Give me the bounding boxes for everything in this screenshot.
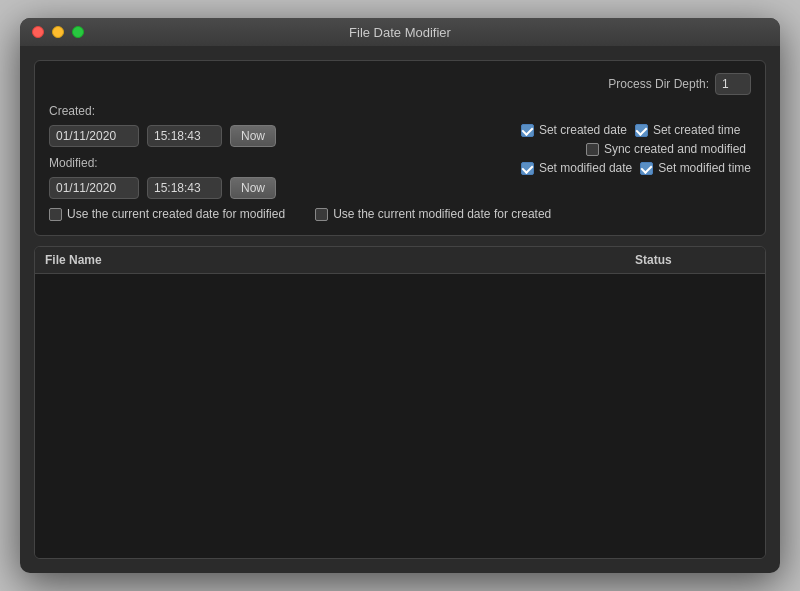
- use-created-for-modified-input[interactable]: [49, 208, 62, 221]
- use-modified-for-created-label: Use the current modified date for create…: [333, 207, 551, 221]
- process-dir-label: Process Dir Depth:: [608, 77, 709, 91]
- main-window: File Date Modifier Process Dir Depth: Cr…: [20, 18, 780, 573]
- use-created-for-modified-checkbox[interactable]: Use the current created date for modifie…: [49, 207, 285, 221]
- created-time-input[interactable]: [147, 125, 222, 147]
- window-title: File Date Modifier: [349, 25, 451, 40]
- main-section: Created: Now Modified: Now: [49, 101, 751, 199]
- table-header: File Name Status: [35, 247, 765, 274]
- created-now-button[interactable]: Now: [230, 125, 276, 147]
- top-panel: Process Dir Depth: Created: Now: [34, 60, 766, 236]
- minimize-button[interactable]: [52, 26, 64, 38]
- set-created-date-checkbox[interactable]: Set created date: [521, 123, 627, 137]
- sync-created-modified-checkbox[interactable]: Sync created and modified: [586, 142, 746, 156]
- titlebar: File Date Modifier: [20, 18, 780, 46]
- set-created-date-input[interactable]: [521, 124, 534, 137]
- modified-label: Modified:: [49, 156, 98, 170]
- modified-time-input[interactable]: [147, 177, 222, 199]
- modified-now-button[interactable]: Now: [230, 177, 276, 199]
- created-row: Now: [49, 125, 511, 147]
- created-date-input[interactable]: [49, 125, 139, 147]
- sync-created-modified-label: Sync created and modified: [604, 142, 746, 156]
- created-label: Created:: [49, 104, 95, 118]
- set-modified-time-checkbox[interactable]: Set modified time: [640, 161, 751, 175]
- table-body: [35, 274, 765, 558]
- checkbox-row-3: Set modified date Set modified time: [521, 161, 751, 175]
- modified-date-input[interactable]: [49, 177, 139, 199]
- column-status: Status: [635, 253, 755, 267]
- options-section: Set created date Set created time Sync c…: [521, 101, 751, 199]
- process-dir-row: Process Dir Depth:: [49, 73, 751, 95]
- set-modified-date-checkbox[interactable]: Set modified date: [521, 161, 632, 175]
- created-label-row: Created:: [49, 101, 511, 119]
- use-modified-for-created-checkbox[interactable]: Use the current modified date for create…: [315, 207, 551, 221]
- file-table: File Name Status: [34, 246, 766, 559]
- modified-row: Now: [49, 177, 511, 199]
- checkbox-row-2: Sync created and modified: [521, 142, 751, 156]
- use-created-for-modified-label: Use the current created date for modifie…: [67, 207, 285, 221]
- process-dir-group: Process Dir Depth:: [608, 73, 751, 95]
- checkbox-row-1: Set created date Set created time: [521, 123, 751, 137]
- set-created-time-label: Set created time: [653, 123, 740, 137]
- set-created-time-checkbox[interactable]: Set created time: [635, 123, 740, 137]
- date-section: Created: Now Modified: Now: [49, 101, 511, 199]
- set-modified-date-input[interactable]: [521, 162, 534, 175]
- content-area: Process Dir Depth: Created: Now: [20, 46, 780, 573]
- sync-created-modified-input[interactable]: [586, 143, 599, 156]
- bottom-options-row: Use the current created date for modifie…: [49, 205, 751, 223]
- process-dir-input[interactable]: [715, 73, 751, 95]
- set-modified-time-label: Set modified time: [658, 161, 751, 175]
- set-created-date-label: Set created date: [539, 123, 627, 137]
- use-modified-for-created-input[interactable]: [315, 208, 328, 221]
- maximize-button[interactable]: [72, 26, 84, 38]
- close-button[interactable]: [32, 26, 44, 38]
- modified-label-row: Modified:: [49, 153, 511, 171]
- set-modified-time-input[interactable]: [640, 162, 653, 175]
- set-created-time-input[interactable]: [635, 124, 648, 137]
- set-modified-date-label: Set modified date: [539, 161, 632, 175]
- column-filename: File Name: [45, 253, 635, 267]
